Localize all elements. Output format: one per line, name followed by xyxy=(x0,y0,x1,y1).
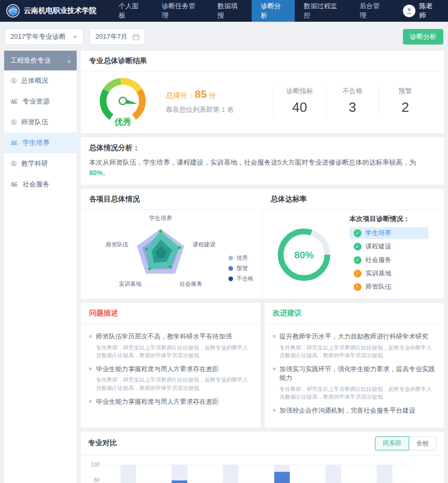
sidebar-item-icon: Ⓐ xyxy=(11,119,17,126)
nav-item-monitor[interactable]: 数据过程监控 xyxy=(295,0,351,22)
diagnosis-item-training[interactable]: !实训基地 xyxy=(350,268,428,280)
analysis-highlight: 80% xyxy=(89,169,103,177)
suggestion-item-text: 加强实习实践环节，强化学生能力要求，提高专业实践能力 xyxy=(280,365,436,383)
legend-label: 不合格 xyxy=(237,275,254,283)
stat-indicators: 诊断指标40 xyxy=(273,84,326,118)
stat-fail: 不合格3 xyxy=(326,84,379,118)
sidebar-item-label: 专业资源 xyxy=(22,97,49,106)
suggestion-item-detail: 专任教师，研究生以上学历教师占比比较低，反映专业的教学人员数据占比较高，教师的学… xyxy=(280,385,436,401)
content: 工程造价专业 › Ⓐ总体概况åE专业资源Ⓐ师资队伍åE学生培养Ⓐ教学科研åE社会… xyxy=(0,51,448,483)
sidebar-item-students[interactable]: åE学生培养 xyxy=(4,133,77,153)
month-value: 2017年7月 xyxy=(95,32,127,41)
summary-body: 优秀 总得分：85 分 恭喜您位列系部第 1 名 诊断指标40不合格3预警2 xyxy=(81,72,444,133)
sidebar-item-icon: åE xyxy=(11,98,18,105)
suggestion-item: 加强校企合作沟通机制，完善社会服务平台建设 xyxy=(273,406,436,416)
school-name: 云南机电职业技术学院 xyxy=(24,6,96,16)
check-circle-icon: ✓ xyxy=(354,243,362,251)
toggle-same-dept[interactable]: 同系部 xyxy=(375,436,409,450)
comparison-card: 专业对比 同系部全校 020406080100工程造价专业电器自动化应用电子技术… xyxy=(81,432,444,483)
problem-item: 毕业生能力掌握程度与用人方要求存在差距专任教师，研究生以上学历教师占比比较低，反… xyxy=(89,365,252,392)
diagnosis-items: ✓学生培养✓课程建设✓社会服务!实训基地!师资队伍 xyxy=(350,227,428,293)
suggestion-item-title: 加强实习实践环节，强化学生能力要求，提高专业实践能力 xyxy=(273,365,436,383)
problem-item-text: 毕业生能力掌握程度与用人方要求存在差距 xyxy=(96,398,219,407)
main-panel: 专业总体诊断结果 优秀 总得分：85 分 恭喜您位列系部第 1 名 xyxy=(81,51,444,483)
suggestion-item-title: 提升教师学历水平，大力鼓励教师进行科研学术研究 xyxy=(273,332,436,342)
nav-item-analysis[interactable]: 诊断分析 xyxy=(252,0,295,22)
diagnosis-item-courses[interactable]: ✓课程建设 xyxy=(350,241,428,253)
person-icon xyxy=(405,7,413,15)
stat-value: 3 xyxy=(326,99,379,115)
rank-value: 1 xyxy=(222,106,225,113)
bar-chart: 020406080100工程造价专业电器自动化应用电子技术建筑电器工程机电一体化… xyxy=(85,459,439,483)
summary-stats: 诊断指标40不合格3预警2 xyxy=(273,84,431,118)
total-score: 总得分：85 分 xyxy=(166,88,234,100)
analyze-button[interactable]: 诊断分析 xyxy=(403,29,443,45)
diagnosis-item-label: 师资队伍 xyxy=(366,283,392,291)
bullet-icon xyxy=(273,368,276,370)
sidebar-major-header[interactable]: 工程造价专业 › xyxy=(4,51,77,70)
stat-label: 诊断指标 xyxy=(273,86,326,96)
diagnosis-item-faculty[interactable]: !师资队伍 xyxy=(350,281,428,293)
sidebar-item-research[interactable]: Ⓐ教学科研 xyxy=(4,153,77,174)
sidebar-item-service[interactable]: åE社会服务 xyxy=(4,174,77,195)
score-value: 85 xyxy=(195,88,207,100)
main-nav: 个人面板诊断任务管理数据填报诊断分析数据过程监控后台管理 xyxy=(110,0,394,22)
problems-title: 问题描述 xyxy=(81,303,261,324)
sidebar-item-faculty[interactable]: Ⓐ师资队伍 xyxy=(4,112,77,133)
suggestion-item: 提升教师学历水平，大力鼓励教师进行科研学术研究专任教师，研究生以上学历教师占比比… xyxy=(273,332,436,359)
pass-rate-panel: 80% 本次项目诊断情况： ✓学生培养✓课程建设✓社会服务!实训基地!师资队伍 xyxy=(263,210,444,299)
radar-legend: 优秀预警不合格 xyxy=(228,252,254,285)
rank-prefix: 恭喜您位列系部第 xyxy=(166,106,222,113)
sidebar-item-resources[interactable]: åE专业资源 xyxy=(4,91,77,112)
svg-text:课程建设: 课程建设 xyxy=(192,241,215,247)
problems-card: 问题描述 师资队伍学历层次不高，教学科研水平有待加强专任教师，研究生以上学历教师… xyxy=(81,303,261,428)
toggle-whole-school[interactable]: 全校 xyxy=(409,436,437,450)
sidebar-item-label: 总体概况 xyxy=(21,76,48,85)
term-select-value: 2017学年专业诊断 xyxy=(10,32,66,41)
legend-item-fail: 不合格 xyxy=(228,275,254,283)
svg-text:社会服务: 社会服务 xyxy=(180,281,203,287)
bullet-icon xyxy=(89,400,92,403)
problems-list: 师资队伍学历层次不高，教学科研水平有待加强专任教师，研究生以上学历教师占比比较低… xyxy=(81,324,261,418)
problem-item-title: 毕业生能力掌握程度与用人方要求存在差距 xyxy=(89,398,252,407)
problem-item: 毕业生能力掌握程度与用人方要求存在差距 xyxy=(89,398,252,407)
sidebar-item-icon: åE xyxy=(11,181,18,187)
problem-item-text: 师资队伍学历层次不高，教学科研水平有待加强 xyxy=(96,332,232,342)
sidebar: 工程造价专业 › Ⓐ总体概况åE专业资源Ⓐ师资队伍åE学生培养Ⓐ教学科研åE社会… xyxy=(4,51,77,483)
problem-item-detail: 专任教师，研究生以上学历教师占比比较低，反映专业的教学人员数据占比较高，教师的学… xyxy=(96,344,252,359)
nav-item-tasks[interactable]: 诊断任务管理 xyxy=(153,0,209,22)
projects-right-title: 总体达标率 xyxy=(263,189,444,210)
svg-text:80%: 80% xyxy=(294,250,313,260)
month-picker[interactable]: 2017年7月 xyxy=(90,28,145,45)
sidebar-items: Ⓐ总体概况åE专业资源Ⓐ师资队伍åE学生培养Ⓐ教学科研åE社会服务 xyxy=(4,70,77,195)
comparison-header: 专业对比 同系部全校 xyxy=(81,432,444,456)
nav-item-dashboard[interactable]: 个人面板 xyxy=(110,0,153,22)
suggestions-list: 提升教师学历水平，大力鼓励教师进行科研学术研究专任教师，研究生以上学历教师占比比… xyxy=(265,324,444,428)
legend-item-excellent: 优秀 xyxy=(228,254,254,262)
chevron-right-icon: › xyxy=(68,56,70,65)
bullet-icon xyxy=(89,368,92,370)
legend-label: 优秀 xyxy=(237,254,248,262)
warning-circle-icon: ! xyxy=(354,283,362,291)
sidebar-item-overview[interactable]: Ⓐ总体概况 xyxy=(4,70,77,91)
nav-item-data-report[interactable]: 数据填报 xyxy=(209,0,252,22)
diagnosis-item-service[interactable]: ✓社会服务 xyxy=(350,254,428,266)
svg-text:实训基地: 实训基地 xyxy=(119,281,141,287)
analysis-text: 本次从师资队伍，学生培养，课程建设，实训基地，社会服务这5大方面对专业进修诊断总… xyxy=(89,157,436,178)
grade-label: 优秀 xyxy=(93,117,152,128)
diagnosis-item-students[interactable]: ✓学生培养 xyxy=(350,227,428,239)
user-name: 陈老师 xyxy=(420,2,439,20)
suggestions-card: 改进建议 提升教师学历水平，大力鼓励教师进行科研学术研究专任教师，研究生以上学历… xyxy=(265,303,444,428)
diagnosis-list-title: 本次项目诊断情况： xyxy=(350,214,428,224)
summary-card-title: 专业总体诊断结果 xyxy=(81,51,444,72)
term-select[interactable]: 2017学年专业诊断 ▼ xyxy=(5,28,83,45)
user-menu[interactable]: 陈老师 xyxy=(394,0,448,22)
diagnosis-item-label: 课程建设 xyxy=(366,242,392,251)
stat-value: 40 xyxy=(273,99,326,115)
projects-left-title: 各项目总体情况 xyxy=(81,189,263,210)
suggestion-item: 加强实习实践环节，强化学生能力要求，提高专业实践能力专任教师，研究生以上学历教师… xyxy=(273,365,436,401)
problems-suggestions-row: 问题描述 师资队伍学历层次不高，教学科研水平有待加强专任教师，研究生以上学历教师… xyxy=(81,303,444,428)
nav-item-admin[interactable]: 后台管理 xyxy=(351,0,394,22)
legend-item-warning: 预警 xyxy=(228,265,254,272)
legend-label: 预警 xyxy=(237,265,248,272)
